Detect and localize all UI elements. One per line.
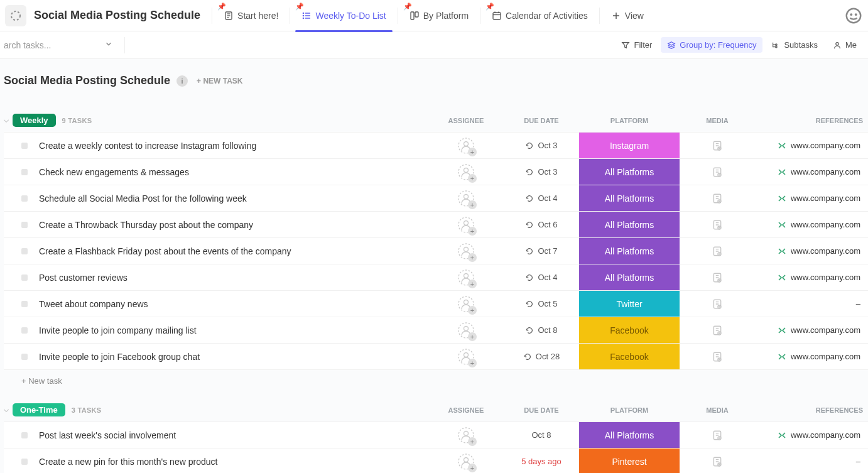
due-date-cell[interactable]: 5 days ago — [504, 457, 579, 466]
task-name[interactable]: Post customer reviews — [39, 273, 127, 283]
media-cell[interactable] — [680, 298, 755, 310]
platform-chip[interactable]: All Platforms — [579, 422, 680, 448]
platform-chip[interactable]: Twitter — [579, 291, 680, 317]
due-date-cell[interactable]: Oct 8 — [504, 325, 579, 335]
reference-cell[interactable]: www.company.com — [755, 167, 868, 177]
me-mode-button[interactable]: Me — [827, 37, 863, 53]
platform-chip[interactable]: Pinterest — [579, 449, 680, 473]
task-name[interactable]: Create a new pin for this month's new pr… — [39, 457, 217, 467]
due-date-cell[interactable]: Oct 8 — [504, 430, 579, 440]
media-cell[interactable] — [680, 456, 755, 467]
assignee-avatar[interactable] — [457, 427, 475, 444]
platform-chip[interactable]: Instagram — [579, 133, 680, 158]
status-checkbox[interactable] — [21, 432, 28, 438]
search-input[interactable] — [3, 40, 90, 51]
due-date-cell[interactable]: Oct 3 — [504, 141, 579, 150]
assignee-avatar[interactable] — [457, 242, 475, 260]
assignee-avatar[interactable] — [457, 216, 475, 234]
assignee-avatar[interactable] — [457, 453, 475, 470]
status-checkbox[interactable] — [21, 248, 28, 254]
search-dropdown-icon[interactable] — [93, 40, 124, 50]
task-row[interactable]: Invite people to join company mailing li… — [4, 317, 868, 344]
task-row[interactable]: Schedule all Social Media Post for the f… — [4, 185, 868, 212]
reference-cell[interactable]: www.company.com — [755, 220, 868, 230]
tab-weekly-to-do-list[interactable]: 📌Weekly To-Do List — [290, 0, 397, 31]
task-name[interactable]: Invite people to join company mailing li… — [39, 325, 197, 335]
assignee-avatar[interactable] — [457, 269, 475, 286]
task-name[interactable]: Create a Throwback Thursday post about t… — [39, 220, 253, 230]
task-row[interactable]: Post last week's social involvement Oct … — [4, 422, 868, 449]
reference-cell[interactable]: www.company.com — [755, 430, 868, 440]
group-by-button[interactable]: Group by: Frequency — [661, 37, 762, 53]
media-cell[interactable] — [680, 193, 755, 204]
group-badge[interactable]: One-Time — [13, 403, 65, 416]
col-due[interactable]: DUE DATE — [504, 117, 579, 124]
task-row[interactable]: Check new engagements & messages Oct 3 A… — [4, 159, 868, 185]
due-date-cell[interactable]: Oct 7 — [504, 246, 579, 256]
group-badge[interactable]: Weekly — [13, 114, 56, 127]
platform-chip[interactable]: All Platforms — [579, 238, 680, 264]
reference-cell[interactable]: www.company.com — [755, 246, 868, 256]
task-row[interactable]: Post customer reviews Oct 4 All Platform… — [4, 264, 868, 291]
collapse-icon[interactable] — [1, 406, 11, 416]
media-cell[interactable] — [680, 246, 755, 257]
platform-chip[interactable]: All Platforms — [579, 264, 680, 290]
reference-cell[interactable]: www.company.com — [755, 325, 868, 335]
info-icon[interactable]: i — [176, 75, 188, 87]
tab-start-here[interactable]: 📌Start here! — [212, 0, 290, 31]
platform-chip[interactable]: Facebook — [579, 344, 680, 369]
media-cell[interactable] — [680, 430, 755, 441]
media-cell[interactable] — [680, 272, 755, 283]
status-checkbox[interactable] — [21, 143, 28, 149]
due-date-cell[interactable]: Oct 28 — [504, 352, 579, 361]
assignee-avatar[interactable] — [457, 295, 475, 313]
media-cell[interactable] — [680, 166, 755, 178]
status-checkbox[interactable] — [21, 459, 28, 465]
status-checkbox[interactable] — [21, 301, 28, 307]
collapse-icon[interactable] — [1, 116, 11, 126]
col-assignee[interactable]: ASSIGNEE — [428, 117, 504, 124]
due-date-cell[interactable]: Oct 5 — [504, 299, 579, 308]
task-name[interactable]: Schedule all Social Media Post for the f… — [39, 193, 247, 204]
platform-chip[interactable]: Facebook — [579, 317, 680, 343]
task-name[interactable]: Create a Flashback Friday post about the… — [39, 246, 291, 256]
col-platform[interactable]: PLATFORM — [579, 406, 680, 414]
task-row[interactable]: Invite people to join Facebook group cha… — [4, 344, 868, 370]
media-cell[interactable] — [680, 351, 755, 362]
task-row[interactable]: Create a weekly contest to increase Inst… — [4, 133, 868, 159]
reference-cell[interactable]: www.company.com — [755, 141, 868, 151]
col-due[interactable]: DUE DATE — [504, 406, 579, 414]
platform-chip[interactable]: All Platforms — [579, 185, 680, 211]
task-name[interactable]: Invite people to join Facebook group cha… — [39, 352, 200, 362]
task-row[interactable]: Create a Throwback Thursday post about t… — [4, 212, 868, 238]
task-row[interactable]: Create a new pin for this month's new pr… — [4, 449, 868, 473]
col-references[interactable]: REFERENCES — [755, 117, 868, 124]
col-references[interactable]: REFERENCES — [755, 406, 868, 414]
assignee-avatar[interactable] — [457, 348, 475, 366]
workspace-icon[interactable] — [5, 5, 26, 26]
col-media[interactable]: MEDIA — [680, 406, 755, 414]
col-media[interactable]: MEDIA — [680, 117, 755, 124]
media-cell[interactable] — [680, 140, 755, 151]
tab-calendar-of-activities[interactable]: 📌Calendar of Activities — [480, 0, 599, 31]
status-checkbox[interactable] — [21, 169, 28, 175]
due-date-cell[interactable]: Oct 3 — [504, 167, 579, 177]
reference-cell[interactable]: www.company.com — [755, 193, 868, 204]
reference-cell[interactable]: – — [755, 299, 868, 308]
automations-icon[interactable] — [844, 6, 863, 25]
assignee-avatar[interactable] — [457, 137, 475, 155]
task-name[interactable]: Tweet about company news — [39, 299, 148, 309]
status-checkbox[interactable] — [21, 222, 28, 228]
due-date-cell[interactable]: Oct 4 — [504, 193, 579, 203]
status-checkbox[interactable] — [21, 327, 28, 334]
due-date-cell[interactable]: Oct 6 — [504, 220, 579, 229]
assignee-avatar[interactable] — [457, 322, 475, 339]
due-date-cell[interactable]: Oct 4 — [504, 273, 579, 282]
task-name[interactable]: Check new engagements & messages — [39, 167, 189, 177]
status-checkbox[interactable] — [21, 195, 28, 202]
media-cell[interactable] — [680, 325, 755, 336]
tab-by-platform[interactable]: 📌By Platform — [398, 0, 480, 31]
assignee-avatar[interactable] — [457, 163, 475, 181]
new-task-button[interactable]: + NEW TASK — [197, 77, 242, 85]
reference-cell[interactable]: – — [755, 457, 868, 466]
